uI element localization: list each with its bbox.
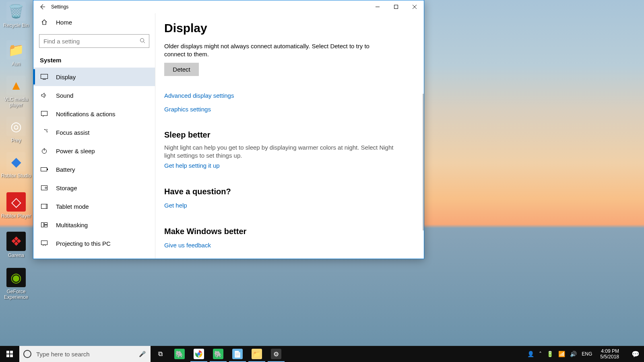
desktop-icon-aun[interactable]: 📁 Aun [1,40,31,67]
maximize-button[interactable] [387,0,405,13]
sidebar-item-battery[interactable]: Battery [33,160,155,179]
sidebar-item-multitasking[interactable]: Multitasking [33,216,155,234]
minimize-button[interactable] [368,0,387,13]
svg-rect-20 [41,241,47,245]
desktop-icon-label: Recycle Bin [1,23,31,28]
desktop-icon-roblox-studio[interactable]: ◆ Roblox Studio [1,152,31,179]
link-sleep-help[interactable]: Get help setting it up [164,162,220,169]
minimize-icon [376,5,380,9]
content-pane: Display Older displays might not always … [155,13,424,259]
better-heading: Make Windows better [164,227,412,236]
task-view-icon: ⧉ [158,350,163,358]
desktop-icon-label: Aun [1,61,31,67]
sidebar-item-label: Notifications & actions [56,111,116,117]
sidebar-item-label: Focus assist [56,129,89,136]
sidebar-home-label: Home [56,19,72,26]
svg-rect-21 [6,351,9,354]
svg-rect-22 [10,351,13,354]
sidebar-item-label: Battery [56,166,75,173]
detect-description: Older displays might not always connect … [164,42,390,59]
svg-rect-17 [41,223,44,227]
desktop-icon-prey[interactable]: ◎ Prey [1,117,31,143]
search-input[interactable] [39,34,149,48]
desktop-icon-label: GeForce Experience [1,289,31,300]
sidebar-item-label: Display [56,74,76,80]
cortana-icon [23,350,31,358]
focus-assist-icon [40,129,49,136]
desktop-icon-label: Prey [1,138,31,143]
taskbar-app-evernote1[interactable]: 🐘 [170,346,189,362]
people-icon[interactable]: 👤 [527,351,534,357]
window-title: Settings [51,4,68,10]
desktop-icon-label: VLC media player [1,97,31,108]
link-graphics-settings[interactable]: Graphics settings [164,106,412,113]
notifications-icon [40,111,49,117]
taskbar-app-notepad[interactable]: 📄 [228,346,247,362]
sidebar: Home System Display Sound Notifications … [33,13,155,259]
battery-tray-icon[interactable]: 🔋 [547,351,553,357]
notepad-icon: 📄 [232,349,243,359]
sidebar-item-power-sleep[interactable]: Power & sleep [33,142,155,160]
multitasking-icon [40,222,49,227]
sleep-better-description: Night light can help you get to sleep by… [164,144,398,160]
sidebar-item-projecting[interactable]: Projecting to this PC [33,234,155,253]
start-button[interactable] [0,346,19,362]
sidebar-item-sound[interactable]: Sound [33,86,155,105]
scrollbar[interactable] [423,94,424,230]
sidebar-item-display[interactable]: Display [33,68,155,86]
taskbar-app-chrome[interactable] [189,346,208,362]
desktop-icon-roblox-player[interactable]: ◇ Roblox Player [1,192,31,219]
wifi-icon[interactable]: 📶 [558,351,565,357]
taskbar-app-evernote2[interactable]: 🐘 [208,346,228,362]
system-tray: 👤 ˄ 🔋 📶 🔊 ENG 4:09 PM 5/5/2018 💬 [527,346,644,362]
sleep-better-heading: Sleep better [164,130,412,140]
taskbar-search[interactable]: Type here to search 🎤 [19,346,151,362]
sidebar-item-label: Projecting to this PC [56,240,111,247]
action-center-icon[interactable]: 💬 [627,350,644,358]
desktop-icon-recycle-bin[interactable]: 🗑️ Recycle Bin [1,2,31,28]
desktop-icon-label: Garena [1,253,31,258]
link-get-help[interactable]: Get help [164,202,187,209]
windows-icon [6,351,13,357]
close-button[interactable] [405,0,424,13]
svg-rect-19 [45,225,47,227]
volume-icon[interactable]: 🔊 [570,351,577,357]
roblox-player-icon: ◇ [6,192,26,212]
sidebar-home[interactable]: Home [33,13,155,31]
back-button[interactable] [33,0,51,13]
garena-icon: ❖ [6,232,26,251]
arrow-left-icon [39,4,45,10]
mic-icon[interactable]: 🎤 [139,351,146,357]
prey-icon: ◎ [6,117,26,136]
sidebar-item-notifications[interactable]: Notifications & actions [33,105,155,123]
sidebar-item-tablet-mode[interactable]: Tablet mode [33,197,155,216]
desktop-icon-garena[interactable]: ❖ Garena [1,232,31,258]
gear-icon: ⚙ [271,349,281,359]
svg-rect-11 [41,168,47,171]
sidebar-item-focus-assist[interactable]: Focus assist [33,123,155,142]
page-title: Display [164,21,412,35]
evernote-icon: 🐘 [174,349,185,359]
desktop-icon-vlc[interactable]: ▲ VLC media player [1,76,31,108]
taskbar: Type here to search 🎤 ⧉ 🐘 🐘 📄 📁 ⚙ 👤 ˄ 🔋 … [0,346,644,362]
svg-rect-8 [41,111,47,116]
detect-button[interactable]: Detect [164,63,199,76]
tray-chevron-up-icon[interactable]: ˄ [539,351,542,357]
maximize-icon [394,5,398,9]
power-icon [40,148,49,154]
chrome-icon [194,349,204,359]
folder-icon: 📁 [6,40,26,60]
sidebar-item-storage[interactable]: Storage [33,179,155,197]
link-feedback[interactable]: Give us feedback [164,242,211,249]
taskbar-app-settings[interactable]: ⚙ [266,346,286,362]
sidebar-item-label: Power & sleep [56,148,95,154]
home-icon [40,19,49,25]
taskbar-app-explorer[interactable]: 📁 [247,346,266,362]
task-view-button[interactable]: ⧉ [151,346,170,362]
sidebar-item-label: Tablet mode [56,203,89,210]
desktop-icon-geforce[interactable]: ◉ GeForce Experience [1,268,31,300]
svg-rect-12 [47,169,48,170]
clock[interactable]: 4:09 PM 5/5/2018 [597,348,622,360]
link-advanced-display[interactable]: Advanced display settings [164,92,234,99]
language-indicator[interactable]: ENG [582,351,592,357]
